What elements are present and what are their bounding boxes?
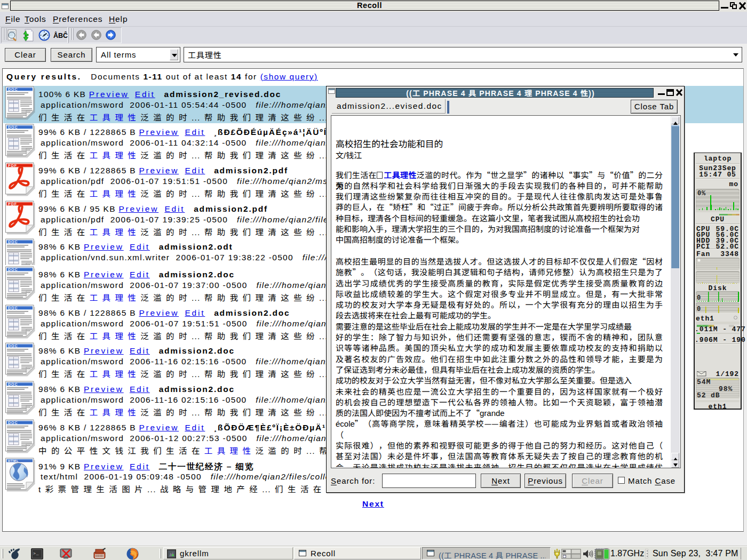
svg-text:98%: 98% bbox=[719, 385, 733, 393]
svg-text:0: 0 bbox=[697, 306, 701, 313]
svg-text:DOC: DOC bbox=[8, 87, 18, 91]
svg-text:DOC: DOC bbox=[8, 420, 18, 424]
svg-text:0%: 0% bbox=[697, 190, 706, 197]
svg-text:DOC: DOC bbox=[8, 268, 18, 271]
svg-text:DOC: DOC bbox=[8, 306, 18, 309]
svg-text:54M: 54M bbox=[697, 378, 711, 386]
svg-text:PDF: PDF bbox=[8, 202, 17, 205]
svg-text:HTML: HTML bbox=[8, 459, 19, 462]
svg-text:DOC: DOC bbox=[8, 125, 18, 129]
svg-text:PDF: PDF bbox=[8, 163, 17, 167]
svg-text:DOC: DOC bbox=[8, 240, 18, 244]
svg-text:DOC: DOC bbox=[8, 344, 18, 348]
svg-text:>_: >_ bbox=[33, 551, 39, 556]
svg-text:52 dB: 52 dB bbox=[697, 391, 720, 399]
svg-text:DOC: DOC bbox=[8, 382, 18, 386]
svg-text:0: 0 bbox=[697, 294, 701, 302]
